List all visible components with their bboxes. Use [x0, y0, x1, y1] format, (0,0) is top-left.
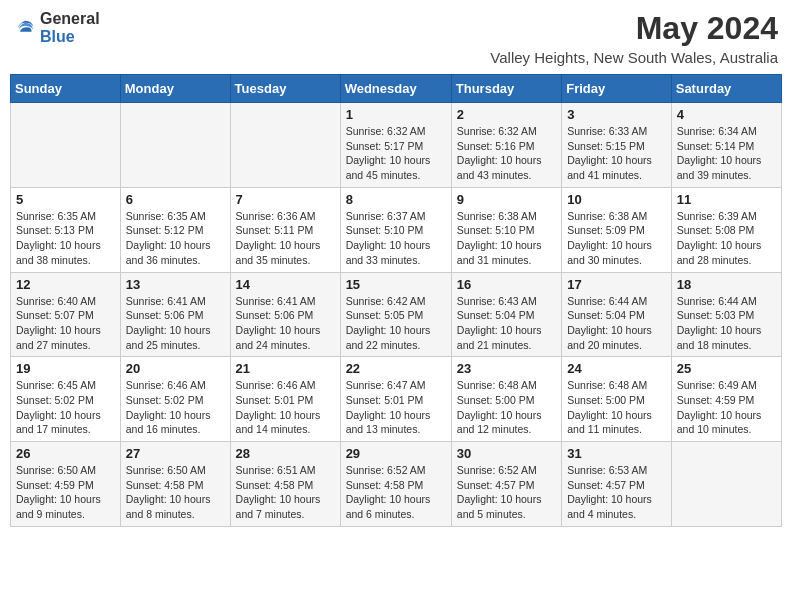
- calendar-cell: 26Sunrise: 6:50 AM Sunset: 4:59 PM Dayli…: [11, 442, 121, 527]
- col-header-wednesday: Wednesday: [340, 75, 451, 103]
- calendar-cell: 15Sunrise: 6:42 AM Sunset: 5:05 PM Dayli…: [340, 272, 451, 357]
- week-row-1: 1Sunrise: 6:32 AM Sunset: 5:17 PM Daylig…: [11, 103, 782, 188]
- day-info: Sunrise: 6:32 AM Sunset: 5:16 PM Dayligh…: [457, 124, 556, 183]
- day-number: 16: [457, 277, 556, 292]
- day-info: Sunrise: 6:37 AM Sunset: 5:10 PM Dayligh…: [346, 209, 446, 268]
- day-info: Sunrise: 6:41 AM Sunset: 5:06 PM Dayligh…: [236, 294, 335, 353]
- day-info: Sunrise: 6:36 AM Sunset: 5:11 PM Dayligh…: [236, 209, 335, 268]
- day-info: Sunrise: 6:50 AM Sunset: 4:59 PM Dayligh…: [16, 463, 115, 522]
- calendar-table: SundayMondayTuesdayWednesdayThursdayFrid…: [10, 74, 782, 527]
- calendar-cell: 2Sunrise: 6:32 AM Sunset: 5:16 PM Daylig…: [451, 103, 561, 188]
- day-info: Sunrise: 6:34 AM Sunset: 5:14 PM Dayligh…: [677, 124, 776, 183]
- calendar-cell: 23Sunrise: 6:48 AM Sunset: 5:00 PM Dayli…: [451, 357, 561, 442]
- day-number: 12: [16, 277, 115, 292]
- calendar-cell: 10Sunrise: 6:38 AM Sunset: 5:09 PM Dayli…: [562, 187, 672, 272]
- day-number: 23: [457, 361, 556, 376]
- logo-icon: [14, 17, 36, 39]
- calendar-cell: 1Sunrise: 6:32 AM Sunset: 5:17 PM Daylig…: [340, 103, 451, 188]
- location: Valley Heights, New South Wales, Austral…: [490, 49, 778, 66]
- day-number: 19: [16, 361, 115, 376]
- day-number: 15: [346, 277, 446, 292]
- day-number: 1: [346, 107, 446, 122]
- calendar-cell: 13Sunrise: 6:41 AM Sunset: 5:06 PM Dayli…: [120, 272, 230, 357]
- day-number: 29: [346, 446, 446, 461]
- logo: General Blue: [14, 10, 100, 45]
- calendar-cell: 29Sunrise: 6:52 AM Sunset: 4:58 PM Dayli…: [340, 442, 451, 527]
- day-info: Sunrise: 6:44 AM Sunset: 5:03 PM Dayligh…: [677, 294, 776, 353]
- calendar-cell: 8Sunrise: 6:37 AM Sunset: 5:10 PM Daylig…: [340, 187, 451, 272]
- day-number: 3: [567, 107, 666, 122]
- day-info: Sunrise: 6:35 AM Sunset: 5:13 PM Dayligh…: [16, 209, 115, 268]
- calendar-cell: 14Sunrise: 6:41 AM Sunset: 5:06 PM Dayli…: [230, 272, 340, 357]
- day-number: 31: [567, 446, 666, 461]
- calendar-cell: 20Sunrise: 6:46 AM Sunset: 5:02 PM Dayli…: [120, 357, 230, 442]
- day-info: Sunrise: 6:38 AM Sunset: 5:10 PM Dayligh…: [457, 209, 556, 268]
- day-number: 21: [236, 361, 335, 376]
- calendar-cell: 30Sunrise: 6:52 AM Sunset: 4:57 PM Dayli…: [451, 442, 561, 527]
- calendar-cell: 22Sunrise: 6:47 AM Sunset: 5:01 PM Dayli…: [340, 357, 451, 442]
- day-number: 4: [677, 107, 776, 122]
- day-info: Sunrise: 6:48 AM Sunset: 5:00 PM Dayligh…: [457, 378, 556, 437]
- day-number: 24: [567, 361, 666, 376]
- day-number: 9: [457, 192, 556, 207]
- week-row-3: 12Sunrise: 6:40 AM Sunset: 5:07 PM Dayli…: [11, 272, 782, 357]
- day-number: 30: [457, 446, 556, 461]
- day-number: 8: [346, 192, 446, 207]
- day-info: Sunrise: 6:46 AM Sunset: 5:02 PM Dayligh…: [126, 378, 225, 437]
- day-info: Sunrise: 6:51 AM Sunset: 4:58 PM Dayligh…: [236, 463, 335, 522]
- week-row-4: 19Sunrise: 6:45 AM Sunset: 5:02 PM Dayli…: [11, 357, 782, 442]
- calendar-cell: 5Sunrise: 6:35 AM Sunset: 5:13 PM Daylig…: [11, 187, 121, 272]
- calendar-cell: 18Sunrise: 6:44 AM Sunset: 5:03 PM Dayli…: [671, 272, 781, 357]
- day-info: Sunrise: 6:41 AM Sunset: 5:06 PM Dayligh…: [126, 294, 225, 353]
- day-info: Sunrise: 6:45 AM Sunset: 5:02 PM Dayligh…: [16, 378, 115, 437]
- header-row: SundayMondayTuesdayWednesdayThursdayFrid…: [11, 75, 782, 103]
- day-number: 17: [567, 277, 666, 292]
- day-info: Sunrise: 6:33 AM Sunset: 5:15 PM Dayligh…: [567, 124, 666, 183]
- day-info: Sunrise: 6:40 AM Sunset: 5:07 PM Dayligh…: [16, 294, 115, 353]
- calendar-cell: 19Sunrise: 6:45 AM Sunset: 5:02 PM Dayli…: [11, 357, 121, 442]
- day-number: 18: [677, 277, 776, 292]
- logo-text: General Blue: [40, 10, 100, 45]
- day-number: 14: [236, 277, 335, 292]
- calendar-cell: 27Sunrise: 6:50 AM Sunset: 4:58 PM Dayli…: [120, 442, 230, 527]
- calendar-cell: 31Sunrise: 6:53 AM Sunset: 4:57 PM Dayli…: [562, 442, 672, 527]
- col-header-friday: Friday: [562, 75, 672, 103]
- day-number: 27: [126, 446, 225, 461]
- day-info: Sunrise: 6:47 AM Sunset: 5:01 PM Dayligh…: [346, 378, 446, 437]
- page-header: General Blue May 2024 Valley Heights, Ne…: [10, 10, 782, 66]
- calendar-cell: 4Sunrise: 6:34 AM Sunset: 5:14 PM Daylig…: [671, 103, 781, 188]
- day-number: 20: [126, 361, 225, 376]
- calendar-cell: 16Sunrise: 6:43 AM Sunset: 5:04 PM Dayli…: [451, 272, 561, 357]
- col-header-tuesday: Tuesday: [230, 75, 340, 103]
- calendar-cell: 11Sunrise: 6:39 AM Sunset: 5:08 PM Dayli…: [671, 187, 781, 272]
- logo-blue: Blue: [40, 28, 100, 46]
- calendar-cell: 21Sunrise: 6:46 AM Sunset: 5:01 PM Dayli…: [230, 357, 340, 442]
- calendar-cell: 25Sunrise: 6:49 AM Sunset: 4:59 PM Dayli…: [671, 357, 781, 442]
- week-row-2: 5Sunrise: 6:35 AM Sunset: 5:13 PM Daylig…: [11, 187, 782, 272]
- calendar-cell: 24Sunrise: 6:48 AM Sunset: 5:00 PM Dayli…: [562, 357, 672, 442]
- calendar-cell: 7Sunrise: 6:36 AM Sunset: 5:11 PM Daylig…: [230, 187, 340, 272]
- logo-general: General: [40, 10, 100, 28]
- calendar-cell: 12Sunrise: 6:40 AM Sunset: 5:07 PM Dayli…: [11, 272, 121, 357]
- title-block: May 2024 Valley Heights, New South Wales…: [490, 10, 778, 66]
- day-info: Sunrise: 6:48 AM Sunset: 5:00 PM Dayligh…: [567, 378, 666, 437]
- col-header-saturday: Saturday: [671, 75, 781, 103]
- day-number: 28: [236, 446, 335, 461]
- calendar-cell: 9Sunrise: 6:38 AM Sunset: 5:10 PM Daylig…: [451, 187, 561, 272]
- day-info: Sunrise: 6:46 AM Sunset: 5:01 PM Dayligh…: [236, 378, 335, 437]
- day-info: Sunrise: 6:44 AM Sunset: 5:04 PM Dayligh…: [567, 294, 666, 353]
- day-info: Sunrise: 6:42 AM Sunset: 5:05 PM Dayligh…: [346, 294, 446, 353]
- col-header-sunday: Sunday: [11, 75, 121, 103]
- calendar-cell: [230, 103, 340, 188]
- day-info: Sunrise: 6:39 AM Sunset: 5:08 PM Dayligh…: [677, 209, 776, 268]
- calendar-cell: 3Sunrise: 6:33 AM Sunset: 5:15 PM Daylig…: [562, 103, 672, 188]
- day-info: Sunrise: 6:49 AM Sunset: 4:59 PM Dayligh…: [677, 378, 776, 437]
- day-number: 26: [16, 446, 115, 461]
- calendar-cell: [120, 103, 230, 188]
- calendar-cell: 17Sunrise: 6:44 AM Sunset: 5:04 PM Dayli…: [562, 272, 672, 357]
- day-info: Sunrise: 6:52 AM Sunset: 4:58 PM Dayligh…: [346, 463, 446, 522]
- day-number: 5: [16, 192, 115, 207]
- day-number: 25: [677, 361, 776, 376]
- day-number: 11: [677, 192, 776, 207]
- calendar-cell: [11, 103, 121, 188]
